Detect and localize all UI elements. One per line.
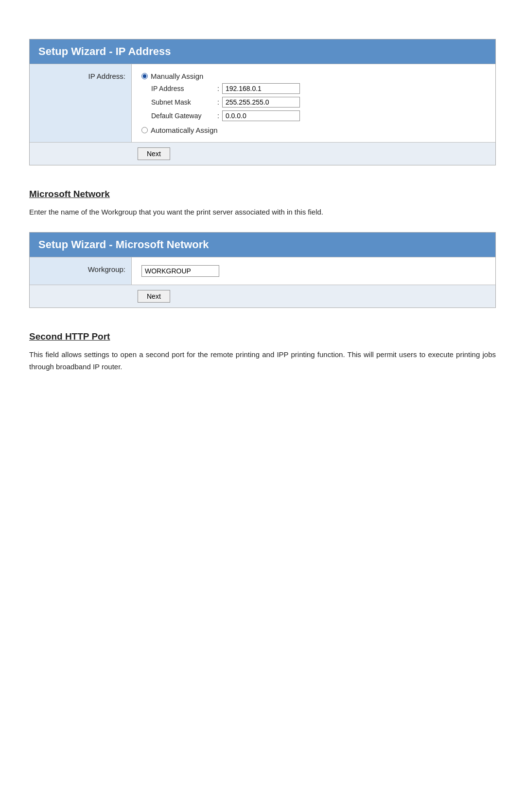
wizard-ms-footer: Next bbox=[30, 285, 495, 307]
wizard-ip-footer: Next bbox=[30, 142, 495, 165]
subnet-mask-input[interactable] bbox=[222, 97, 300, 108]
subnet-mask-row-label: Subnet Mask bbox=[151, 98, 214, 106]
default-gateway-row-label: Default Gateway bbox=[151, 112, 214, 120]
wizard-ip-next-button[interactable]: Next bbox=[138, 147, 170, 160]
ip-address-row-label: IP Address bbox=[151, 85, 214, 92]
workgroup-label-cell: Workgroup: bbox=[30, 257, 132, 285]
ip-address-input[interactable] bbox=[222, 83, 300, 94]
wizard-ip-header: Setup Wizard - IP Address bbox=[30, 39, 495, 64]
ip-address-field-label: IP Address: bbox=[88, 72, 125, 80]
manually-assign-label: Manually Assign bbox=[151, 72, 203, 80]
default-gateway-row: Default Gateway : bbox=[151, 110, 486, 121]
wizard-ip-body: IP Address: Manually Assign IP Address :… bbox=[30, 64, 495, 142]
auto-assign-label: Automatically Assign bbox=[151, 126, 218, 134]
http-port-heading: Second HTTP Port bbox=[29, 331, 496, 342]
auto-assign-radio-line[interactable]: Automatically Assign bbox=[141, 126, 486, 134]
wizard-ms-header: Setup Wizard - Microsoft Network bbox=[30, 233, 495, 257]
ip-address-row: IP Address : bbox=[151, 83, 486, 94]
ms-network-heading: Microsoft Network bbox=[29, 189, 496, 199]
ip-colon: : bbox=[217, 85, 219, 92]
wizard-ip-content-row: IP Address: Manually Assign IP Address :… bbox=[30, 64, 495, 142]
manually-assign-radio[interactable] bbox=[141, 73, 148, 79]
ms-network-paragraph: Enter the name of the Workgroup that you… bbox=[29, 206, 496, 218]
wizard-ms-content-row: Workgroup: bbox=[30, 257, 495, 285]
subnet-mask-row: Subnet Mask : bbox=[151, 97, 486, 108]
wizard-ms-panel: Setup Wizard - Microsoft Network Workgro… bbox=[29, 232, 496, 308]
workgroup-field-label: Workgroup: bbox=[88, 265, 125, 273]
ip-address-content-cell: Manually Assign IP Address : Subnet Mask… bbox=[132, 64, 495, 142]
wizard-ms-next-button[interactable]: Next bbox=[138, 290, 170, 303]
wizard-ms-title: Setup Wizard - Microsoft Network bbox=[38, 238, 209, 251]
http-port-paragraph: This field allows settings to open a sec… bbox=[29, 349, 496, 373]
subnet-colon: : bbox=[217, 98, 219, 106]
wizard-ip-title: Setup Wizard - IP Address bbox=[38, 45, 171, 57]
manually-assign-radio-line[interactable]: Manually Assign bbox=[141, 72, 486, 80]
wizard-ip-panel: Setup Wizard - IP Address IP Address: Ma… bbox=[29, 39, 496, 165]
ip-address-label-cell: IP Address: bbox=[30, 64, 132, 142]
default-gateway-input[interactable] bbox=[222, 110, 300, 121]
wizard-ms-body: Workgroup: bbox=[30, 257, 495, 285]
workgroup-input[interactable] bbox=[141, 265, 219, 277]
workgroup-content-cell bbox=[132, 257, 495, 285]
gateway-colon: : bbox=[217, 112, 219, 120]
auto-assign-radio[interactable] bbox=[141, 127, 148, 133]
